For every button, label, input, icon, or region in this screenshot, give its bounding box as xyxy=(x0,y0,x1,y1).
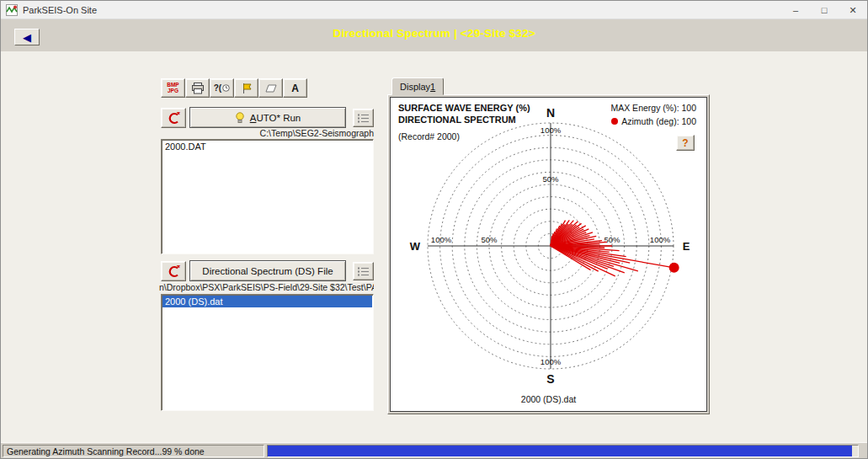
svg-text:S: S xyxy=(546,372,554,386)
plot-area: 100%50%100%100%50%50%100%NSWE SURFACE WA… xyxy=(390,97,707,412)
open-seg2-file-button[interactable]: * xyxy=(161,108,186,128)
ds-path-label: n\Dropbox\PSX\ParkSEIS\PS-Field\29-Site … xyxy=(159,282,374,292)
open-file-icon: * xyxy=(167,112,181,125)
svg-text:50%: 50% xyxy=(481,235,498,244)
flag-button[interactable] xyxy=(234,78,258,98)
minimize-button[interactable]: – xyxy=(781,1,810,19)
ds-file-list[interactable]: 2000 (DS).dat xyxy=(161,294,374,411)
question-paren-icon: ?( xyxy=(214,83,221,93)
list-icon xyxy=(358,266,370,276)
max-energy-label: MAX Energy (%): 100 xyxy=(610,103,696,113)
clear-button[interactable] xyxy=(258,78,283,98)
text-annotation-button[interactable]: A xyxy=(283,78,307,98)
flag-icon xyxy=(241,83,253,94)
svg-text:50%: 50% xyxy=(542,174,559,184)
plot-title-line2: DIRECTIONAL SPECTRUM xyxy=(398,115,516,125)
svg-text:100%: 100% xyxy=(650,235,671,244)
open-file-icon: * xyxy=(167,265,181,278)
list-item[interactable]: 2000.DAT xyxy=(162,141,372,152)
list-icon xyxy=(358,113,370,123)
svg-text:100%: 100% xyxy=(541,125,562,135)
app-window: ParkSEIS-On Site – □ ✕ ◀ Directional Spe… xyxy=(0,0,868,459)
clock-icon xyxy=(222,84,230,92)
list-item[interactable]: 2000 (DS).dat xyxy=(162,296,372,307)
ds-list-options-button[interactable] xyxy=(353,262,374,280)
query-time-button[interactable]: ?( xyxy=(210,78,234,98)
svg-text:100%: 100% xyxy=(541,357,562,366)
svg-text:E: E xyxy=(683,240,690,253)
window-title: ParkSEIS-On Site xyxy=(23,5,97,15)
page-title: Directional Spectrum | <29-Site $32> xyxy=(1,27,867,40)
eraser-icon xyxy=(265,83,277,93)
letter-a-icon: A xyxy=(291,83,299,94)
display-panel: 100%50%100%100%50%50%100%NSWE SURFACE WA… xyxy=(387,94,710,414)
auto-run-label: AUTO* Run xyxy=(250,113,301,123)
export-image-button[interactable]: BMPJPG xyxy=(161,78,185,98)
seg2-list-options-button[interactable] xyxy=(353,109,374,127)
ds-file-label: Directional Spectrum (DS) File xyxy=(202,266,333,276)
progress-bar xyxy=(267,445,859,457)
seg2-file-list[interactable]: 2000.DAT xyxy=(161,139,374,254)
open-ds-file-button[interactable]: * xyxy=(161,261,186,281)
plot-title-line1: SURFACE WAVE ENERGY (%) xyxy=(398,103,530,113)
azimuth-legend: Azimuth (deg): 100 xyxy=(611,116,696,126)
svg-text:W: W xyxy=(410,240,421,253)
statusbar: Generating Azimuth Scanning Record...99 … xyxy=(1,442,867,458)
titlebar: ParkSEIS-On Site – □ ✕ xyxy=(1,1,867,19)
seg2-path-label: C:\Temp\SEG2-Seismograph xyxy=(159,128,374,138)
question-icon: ? xyxy=(682,137,688,149)
app-icon xyxy=(6,4,18,16)
ds-file-button[interactable]: Directional Spectrum (DS) File xyxy=(189,260,346,281)
plot-help-button[interactable]: ? xyxy=(676,135,695,151)
print-button[interactable] xyxy=(185,78,210,98)
svg-text:50%: 50% xyxy=(604,235,620,244)
bmp-jpg-icon: BMPJPG xyxy=(167,83,178,93)
auto-run-button[interactable]: AUTO* Run xyxy=(189,107,346,128)
plot-file-label: 2000 (DS).dat xyxy=(391,394,706,404)
status-text: Generating Azimuth Scanning Record...99 … xyxy=(3,445,264,457)
svg-text:*: * xyxy=(177,265,180,273)
lightbulb-icon xyxy=(235,112,245,124)
svg-text:*: * xyxy=(177,112,180,120)
progress-fill xyxy=(268,446,852,456)
tab-display-1[interactable]: Display 1 xyxy=(391,77,444,95)
svg-text:100%: 100% xyxy=(431,235,452,244)
azimuth-dot-icon xyxy=(611,118,618,125)
tab-label: Display xyxy=(400,82,430,92)
directional-spectrum-plot: 100%50%100%100%50%50%100%NSWE xyxy=(391,98,706,411)
svg-text:N: N xyxy=(546,106,555,120)
close-button[interactable]: ✕ xyxy=(839,1,867,19)
restore-button[interactable]: □ xyxy=(810,1,839,19)
header-band: ◀ Directional Spectrum | <29-Site $32> xyxy=(1,19,867,51)
record-label: (Record# 2000) xyxy=(398,131,460,141)
printer-icon xyxy=(191,83,205,94)
